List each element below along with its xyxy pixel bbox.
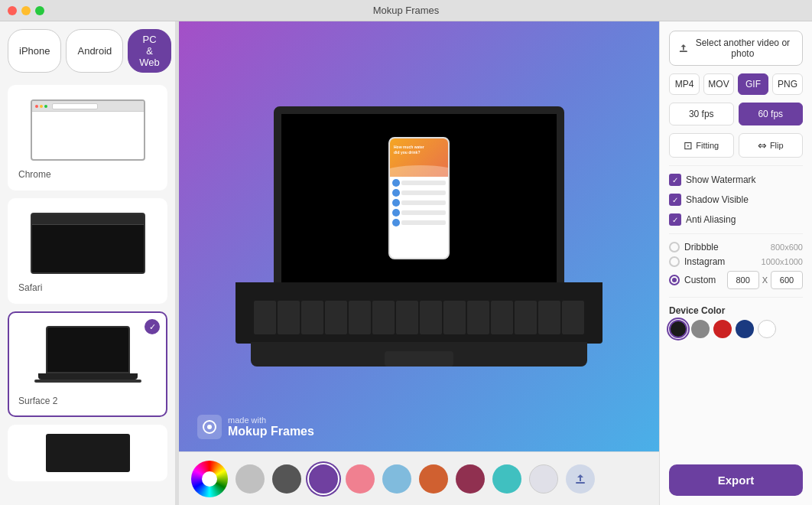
flip-icon: ⇔ [758, 139, 767, 152]
laptop-trackpad [385, 351, 453, 367]
chrome-url-bar [52, 103, 98, 109]
color-swatch-purple[interactable] [309, 464, 338, 494]
select-media-button[interactable]: Select another video or photo [669, 31, 803, 66]
tab-iphone[interactable]: iPhone [8, 29, 61, 73]
key [515, 301, 537, 334]
phone-list-item [392, 199, 446, 207]
device-color-red[interactable] [713, 320, 732, 338]
resolution-custom[interactable]: Custom X [669, 271, 803, 289]
color-swatch-darkred[interactable] [456, 464, 485, 494]
phone-list-item [392, 179, 446, 187]
fps-30[interactable]: 30 fps [669, 103, 734, 125]
key [443, 301, 466, 334]
key [254, 301, 276, 334]
laptop-mockup-small [38, 326, 138, 387]
chrome-preview [18, 96, 157, 165]
screen-content: How much waterdid you drink? [281, 114, 557, 282]
laptop-screen-small [46, 326, 130, 373]
color-swatch-lightblue[interactable] [382, 464, 411, 494]
resolution-section: Dribbble 800x600 Instagram 1000x1000 Cus… [669, 242, 803, 289]
key [301, 301, 323, 334]
chrome-mockup [31, 99, 145, 161]
device-color-gray[interactable] [691, 320, 710, 338]
laptop-screen: How much waterdid you drink? [274, 106, 564, 290]
color-wheel[interactable] [191, 461, 228, 497]
minimize-button[interactable] [21, 6, 31, 15]
shadow-checkbox-label: Shadow Visible [686, 194, 749, 205]
svg-point-1 [207, 425, 212, 429]
fitting-button[interactable]: ⊡ Fitting [669, 133, 734, 158]
sidebar: iPhone Android PC & Web [0, 21, 176, 505]
canvas-area: How much waterdid you drink? [179, 21, 659, 451]
key [349, 301, 371, 334]
format-png[interactable]: PNG [772, 73, 803, 95]
key [278, 301, 300, 334]
aliasing-checkbox: ✓ [669, 213, 681, 226]
safari-content-area [32, 225, 144, 272]
laptop-keyboard [235, 282, 603, 344]
resolution-dribbble[interactable]: Dribbble 800x600 [669, 242, 803, 252]
custom-width-input[interactable] [727, 271, 759, 289]
brand-label: Mokup Frames [228, 425, 314, 438]
fps-row: 30 fps 60 fps [669, 103, 803, 125]
color-swatch-darkgray[interactable] [272, 464, 301, 494]
key [420, 301, 442, 334]
device-card-partial[interactable] [8, 425, 167, 481]
format-row: MP4 MOV GIF PNG [669, 73, 803, 95]
laptop-mockup: How much waterdid you drink? [235, 106, 603, 367]
radio-instagram[interactable] [669, 256, 680, 267]
tab-android[interactable]: Android [66, 29, 123, 73]
flip-button[interactable]: ⇔ Flip [739, 133, 804, 158]
key [538, 301, 560, 334]
resolution-instagram[interactable]: Instagram 1000x1000 [669, 256, 803, 267]
color-swatch-light[interactable] [529, 464, 558, 494]
dribbble-label: Dribbble [684, 242, 766, 252]
color-swatch-pink[interactable] [346, 464, 375, 494]
device-color-white[interactable] [758, 320, 776, 338]
format-mov[interactable]: MOV [703, 73, 734, 95]
laptop-base2-small [34, 380, 141, 383]
color-swatch-lightgray[interactable] [235, 464, 265, 494]
chrome-bar [32, 101, 144, 112]
shadow-checkbox: ✓ [669, 194, 681, 206]
device-card-surface2[interactable]: ✓ Surface 2 [8, 311, 167, 417]
aliasing-checkbox-label: Anti Aliasing [686, 214, 736, 225]
made-with-label: made with [228, 415, 314, 425]
radio-dribbble[interactable] [669, 242, 680, 252]
color-swatch-teal[interactable] [492, 464, 521, 494]
divider-2 [669, 233, 803, 234]
logo-svg [202, 419, 217, 435]
phone-screen-body [390, 177, 448, 231]
custom-height-input[interactable] [771, 271, 803, 289]
device-card-safari[interactable]: Safari [8, 198, 167, 304]
device-card-chrome[interactable]: Chrome [8, 85, 167, 191]
aliasing-checkbox-row[interactable]: ✓ Anti Aliasing [669, 213, 803, 226]
instagram-label: Instagram [684, 256, 757, 267]
maximize-button[interactable] [35, 6, 44, 15]
partial-laptop-preview [46, 434, 130, 472]
device-color-darkblue[interactable] [736, 320, 754, 338]
export-button[interactable]: Export [669, 464, 803, 496]
key [562, 301, 584, 334]
radio-custom[interactable] [669, 275, 680, 285]
watermark-checkbox-row[interactable]: ✓ Show Watermark [669, 174, 803, 186]
color-swatch-orange[interactable] [419, 464, 448, 494]
list-icon-3 [392, 199, 400, 207]
instagram-size: 1000x1000 [762, 257, 803, 266]
device-color-label: Device Color [669, 305, 803, 316]
fps-60[interactable]: 60 fps [739, 103, 804, 125]
format-gif[interactable]: GIF [738, 73, 768, 95]
shadow-checkbox-row[interactable]: ✓ Shadow Visible [669, 194, 803, 206]
safari-preview [18, 209, 157, 278]
custom-label: Custom [684, 275, 723, 285]
device-color-black[interactable] [669, 320, 687, 338]
key [396, 301, 418, 334]
device-color-section: Device Color [669, 305, 803, 338]
device-color-swatches [669, 320, 803, 338]
upload-color-button[interactable] [566, 464, 595, 494]
key [491, 301, 513, 334]
close-button[interactable] [8, 6, 17, 15]
phone-list-item [392, 209, 446, 217]
format-mp4[interactable]: MP4 [669, 73, 700, 95]
tab-pcweb[interactable]: PC & Web [128, 29, 171, 73]
